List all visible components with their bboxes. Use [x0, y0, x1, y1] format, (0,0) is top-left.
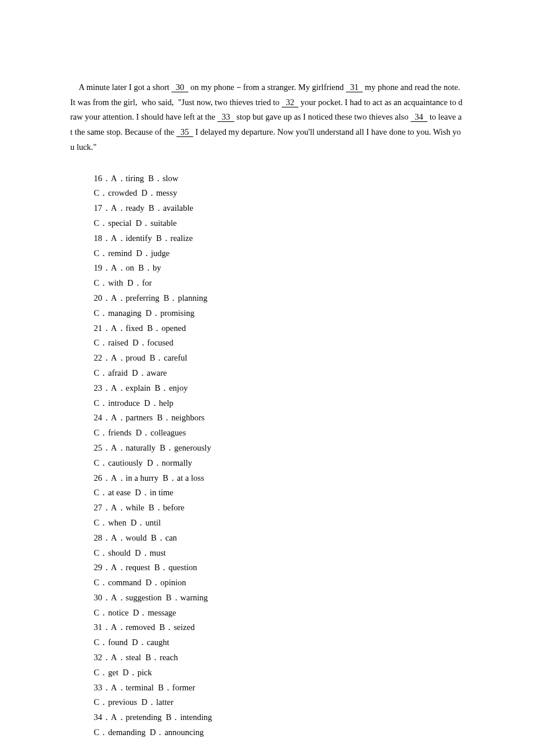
question-row-cd: C．with D．for	[94, 276, 464, 291]
question-number: 31．	[94, 622, 111, 632]
option-b: B．careful	[150, 353, 187, 362]
option-b: B．can	[151, 533, 177, 542]
question-row-ab: 24．A．partners B．neighbors	[94, 411, 464, 426]
question-row-ab: 19．A．on B．by	[94, 261, 464, 276]
option-a: A．in a hurry	[111, 473, 158, 483]
option-b: B．opened	[147, 323, 186, 333]
option-c: C．afraid	[94, 368, 128, 377]
option-a: A．preferring	[111, 293, 159, 303]
option-b: B．available	[149, 203, 193, 213]
question-row-cd: C．previous D．latter	[94, 695, 464, 710]
option-d: D．promising	[146, 308, 194, 318]
option-a: A．removed	[111, 622, 155, 632]
option-d: D．in time	[135, 488, 174, 497]
option-d: D．pick	[122, 668, 151, 677]
option-a: A．proud	[111, 353, 145, 362]
question-row-cd: C．should D．must	[94, 546, 464, 561]
question-row-ab: 26．A．in a hurry B．at a loss	[94, 471, 464, 486]
question-row-ab: 18．A．identify B．realize	[94, 231, 464, 246]
question-row-cd: C．introduce D．help	[94, 396, 464, 411]
question-number: 29．	[94, 563, 111, 572]
question-row-ab: 16．A．tiring B．slow	[94, 171, 464, 186]
question-row-ab: 20．A．preferring B．planning	[94, 291, 464, 306]
option-d: D．opinion	[146, 578, 186, 587]
question-number: 20．	[94, 293, 111, 303]
question-number: 18．	[94, 233, 111, 243]
option-a: A．on	[111, 263, 134, 272]
option-d: D．announcing	[150, 728, 204, 737]
blank-33: 33	[218, 112, 234, 121]
question-row-ab: 29．A．request B．question	[94, 560, 464, 575]
option-b: B．question	[154, 563, 197, 572]
option-d: D．for	[127, 278, 151, 287]
question-number: 28．	[94, 533, 111, 542]
option-d: D．help	[144, 398, 173, 408]
question-number: 32．	[94, 653, 111, 662]
question-number: 26．	[94, 473, 111, 483]
question-number: 19．	[94, 263, 111, 272]
option-a: A．ready	[111, 203, 145, 213]
question-row-ab: 21．A．fixed B．opened	[94, 321, 464, 336]
option-c: C．command	[94, 578, 142, 587]
option-c: C．friends	[94, 428, 132, 437]
option-b: B．former	[158, 683, 195, 692]
question-row-cd: C．when D．until	[94, 516, 464, 531]
option-c: C．at ease	[94, 488, 131, 497]
option-b: B．planning	[164, 293, 207, 303]
question-row-cd: C．cautiously D．normally	[94, 456, 464, 471]
option-d: D．aware	[132, 368, 167, 377]
option-c: C．should	[94, 548, 131, 557]
blank-31: 31	[346, 82, 363, 92]
option-b: B．neighbors	[157, 413, 205, 422]
option-a: A．terminal	[111, 683, 154, 692]
option-b: B．reach	[145, 653, 178, 662]
option-b: B．at a loss	[163, 473, 204, 483]
question-number: 24．	[94, 413, 111, 422]
document-page: A minute later I got a short 30 on my ph…	[0, 0, 534, 756]
question-row-ab: 27．A．while B．before	[94, 501, 464, 516]
option-c: C．notice	[94, 608, 129, 617]
question-row-cd: C．afraid D．aware	[94, 366, 464, 381]
option-c: C．raised	[94, 338, 128, 347]
option-b: B．seized	[160, 622, 195, 632]
question-row-cd: C．found D．caught	[94, 635, 464, 650]
option-a: A．pretending	[111, 712, 161, 722]
option-d: D．focused	[132, 338, 174, 347]
question-row-cd: C．crowded D．messy	[94, 186, 464, 201]
option-c: C．with	[94, 278, 123, 287]
question-number: 23．	[94, 383, 111, 393]
question-row-cd: C．notice D．message	[94, 606, 464, 621]
option-d: D．message	[133, 608, 176, 617]
question-number: 34．	[94, 712, 111, 722]
option-c: C．when	[94, 518, 127, 527]
option-a: A．would	[111, 533, 147, 542]
option-b: B．before	[149, 503, 185, 512]
question-row-ab: 31．A．removed B．seized	[94, 620, 464, 635]
question-number: 16．	[94, 174, 111, 183]
option-a: A．request	[111, 563, 150, 572]
option-d: D．normally	[147, 458, 192, 467]
passage-text: stop but gave up as I noticed these two …	[234, 112, 411, 121]
option-a: A．suggestion	[111, 593, 162, 602]
question-list: 16．A．tiring B．slowC．crowded D．messy17．A．…	[70, 171, 464, 740]
option-d: D．until	[131, 518, 161, 527]
question-row-ab: 22．A．proud B．careful	[94, 351, 464, 366]
option-c: C．managing	[94, 308, 142, 318]
option-b: B．slow	[148, 174, 178, 183]
question-row-ab: 30．A．suggestion B．warning	[94, 591, 464, 606]
passage-text: A minute later I got a short	[79, 82, 172, 92]
option-a: A．partners	[111, 413, 153, 422]
blank-30: 30	[171, 82, 188, 92]
question-row-cd: C．remind D．judge	[94, 246, 464, 261]
option-c: C．introduce	[94, 398, 140, 408]
question-row-cd: C．special D．suitable	[94, 216, 464, 231]
option-d: D．colleagues	[136, 428, 186, 437]
option-b: B．generously	[160, 443, 211, 452]
blank-34: 34	[410, 112, 427, 121]
question-number: 27．	[94, 503, 111, 512]
option-d: D．judge	[136, 249, 170, 258]
question-row-cd: C．demanding D．announcing	[94, 725, 464, 740]
question-number: 21．	[94, 323, 111, 333]
option-b: B．enjoy	[155, 383, 188, 393]
question-row-ab: 32．A．steal B．reach	[94, 650, 464, 665]
